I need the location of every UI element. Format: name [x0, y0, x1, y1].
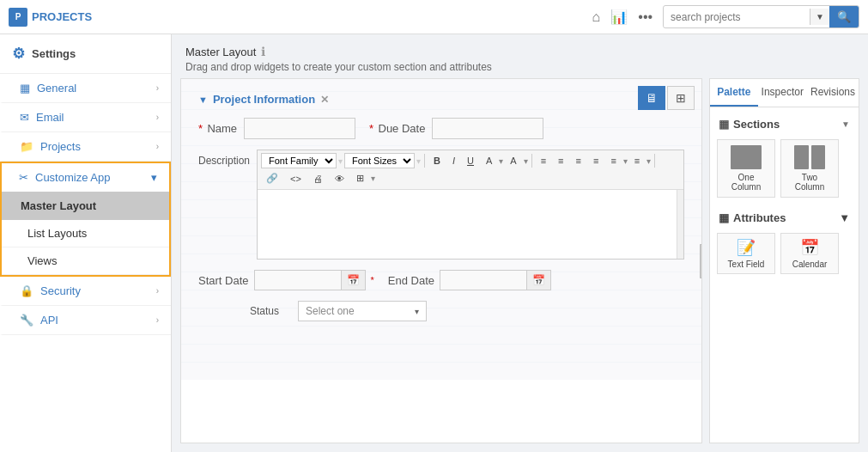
italic-btn[interactable]: I — [447, 153, 460, 168]
print-btn[interactable]: 🖨 — [308, 171, 328, 186]
one-column-label: One Column — [723, 173, 769, 192]
name-duedate-row: * Name * Due Date — [198, 118, 684, 139]
gear-icon: ⚙ — [12, 45, 25, 63]
ol-btn[interactable]: ≡ — [629, 153, 645, 168]
sidebar-label-views: Views — [27, 254, 57, 267]
chevron-down-icon: ▾ — [151, 171, 157, 184]
underline-btn[interactable]: U — [462, 153, 479, 168]
search-button[interactable]: 🔍 — [829, 6, 859, 27]
chart-icon[interactable]: 📊 — [610, 9, 628, 25]
sidebar-header: ⚙ Settings — [0, 34, 171, 74]
editor-body[interactable] — [258, 190, 683, 259]
sidebar-item-general[interactable]: ▦ General › — [0, 74, 171, 103]
sidebar-item-list-layouts[interactable]: List Layouts — [2, 220, 169, 247]
home-icon[interactable]: ⌂ — [592, 9, 601, 25]
end-date-field: End Date 📅 — [388, 270, 551, 290]
section-header: ▼ Project Information ✕ — [198, 93, 684, 106]
sidebar-label-projects: Projects — [40, 140, 81, 153]
search-input[interactable] — [664, 8, 810, 27]
bg-color-btn[interactable]: A — [505, 153, 521, 168]
sidebar-label-email: Email — [36, 111, 64, 124]
table-btn[interactable]: ⊞ — [351, 170, 369, 186]
attr-card-text[interactable]: 📝 Text Field — [717, 233, 775, 274]
info-icon[interactable]: ℹ — [261, 45, 265, 58]
more-icon[interactable]: ••• — [638, 9, 653, 25]
one-column-card[interactable]: One Column — [717, 139, 775, 198]
sidebar-label-customize: Customize App — [35, 171, 110, 184]
tab-inspector[interactable]: Inspector — [758, 79, 807, 107]
code-btn[interactable]: <> — [285, 171, 307, 186]
align-left-btn[interactable]: ≡ — [536, 153, 551, 168]
attributes-grid: 📝 Text Field 📅 Calendar — [717, 233, 852, 274]
font-family-select[interactable]: Font Family — [261, 153, 337, 168]
end-date-input[interactable] — [440, 271, 526, 290]
sidebar-item-customize[interactable]: ✂ Customize App ▾ — [2, 163, 169, 192]
sidebar-label-general: General — [37, 82, 76, 95]
sidebar-label-security: Security — [40, 284, 81, 297]
justify-btn[interactable]: ≡ — [588, 153, 604, 168]
editor-toolbar: Font Family ▾ Font Sizes ▾ B I U — [258, 150, 683, 190]
tab-palette[interactable]: Palette — [710, 79, 758, 107]
date-row: Start Date 📅 * End Date — [198, 270, 684, 290]
sidebar-title: Settings — [32, 47, 76, 60]
toolbar-sep-1 — [424, 154, 425, 168]
palette-attributes: ▦ Attributes ▼ 📝 Text Field 📅 — [717, 208, 852, 274]
canvas-collapse-btn[interactable]: ‹ — [700, 244, 702, 278]
ul-btn[interactable]: ≡ — [605, 153, 621, 168]
chevron-icon: › — [156, 113, 159, 122]
right-panel: Palette Inspector Revisions ▦ Sections ▼ — [709, 78, 859, 443]
two-column-label: Two Column — [786, 173, 833, 192]
sidebar-item-master-layout[interactable]: Master Layout — [2, 192, 169, 220]
bold-btn[interactable]: B — [428, 153, 446, 168]
due-date-field: * Due Date — [369, 118, 543, 139]
sections-header[interactable]: ▦ Sections ▼ — [717, 114, 852, 134]
status-dropdown-arrow: ▾ — [415, 307, 419, 316]
description-label: Description — [198, 150, 250, 167]
top-nav: P PROJECTS ⌂ 📊 ••• ▼ 🔍 — [0, 0, 868, 34]
section-collapse-btn[interactable]: ▼ — [198, 95, 208, 105]
view-btn-2[interactable]: ⊞ — [667, 86, 695, 110]
preview-btn[interactable]: 👁 — [330, 171, 349, 186]
align-right-btn[interactable]: ≡ — [571, 153, 586, 168]
align-center-btn[interactable]: ≡ — [553, 153, 568, 168]
link-btn[interactable]: 🔗 — [261, 170, 283, 186]
status-select[interactable]: Select one ▾ — [298, 301, 427, 321]
canvas-toolbar: 🖥 ⊞ — [638, 86, 695, 110]
status-row: Status Select one ▾ — [198, 301, 684, 321]
attributes-collapse-icon: ▼ — [839, 211, 850, 224]
sections-label: Sections — [733, 118, 780, 131]
end-date-label: End Date — [388, 274, 434, 287]
chevron-icon: › — [156, 315, 159, 325]
description-row: Description Font Family ▾ Font Sizes — [198, 150, 684, 260]
end-date-calendar-icon[interactable]: 📅 — [526, 271, 550, 290]
calendar-icon: 📅 — [800, 238, 819, 257]
editor-scrollbar[interactable] — [677, 190, 683, 259]
attr-card-calendar[interactable]: 📅 Calendar — [780, 233, 839, 274]
two-column-card[interactable]: Two Column — [780, 139, 839, 198]
start-date-calendar-icon[interactable]: 📅 — [341, 271, 365, 290]
sidebar-item-projects[interactable]: 📁 Projects › — [0, 132, 171, 162]
two-column-icon — [794, 145, 825, 169]
api-icon: 🔧 — [20, 314, 33, 327]
text-color-btn[interactable]: A — [481, 153, 497, 168]
start-date-wrap: 📅 — [254, 270, 366, 290]
name-input[interactable] — [244, 118, 355, 139]
page-subtitle: Drag and drop widgets to create your cus… — [185, 61, 854, 73]
page-title-text: Master Layout — [185, 46, 256, 58]
start-date-input[interactable] — [255, 271, 341, 290]
view-btn-1[interactable]: 🖥 — [638, 86, 665, 110]
tab-revisions[interactable]: Revisions — [807, 79, 859, 107]
attributes-header[interactable]: ▦ Attributes ▼ — [717, 208, 852, 228]
sidebar-item-views[interactable]: Views — [2, 247, 169, 275]
sections-grid: One Column Two Column — [717, 139, 852, 198]
sidebar-item-email[interactable]: ✉ Email › — [0, 103, 171, 132]
sidebar-item-security[interactable]: 🔒 Security › — [0, 277, 171, 306]
search-dropdown-btn[interactable]: ▼ — [810, 9, 829, 25]
section-remove-btn[interactable]: ✕ — [320, 94, 329, 106]
editor-area: 🖥 ⊞ ▼ Project Information ✕ * — [180, 78, 859, 443]
canvas-panel: 🖥 ⊞ ▼ Project Information ✕ * — [180, 78, 702, 443]
font-sizes-select[interactable]: Font Sizes — [344, 153, 415, 168]
sidebar-item-api[interactable]: 🔧 API › — [0, 306, 171, 335]
status-label: Status — [250, 305, 291, 317]
due-date-input[interactable] — [432, 118, 543, 139]
